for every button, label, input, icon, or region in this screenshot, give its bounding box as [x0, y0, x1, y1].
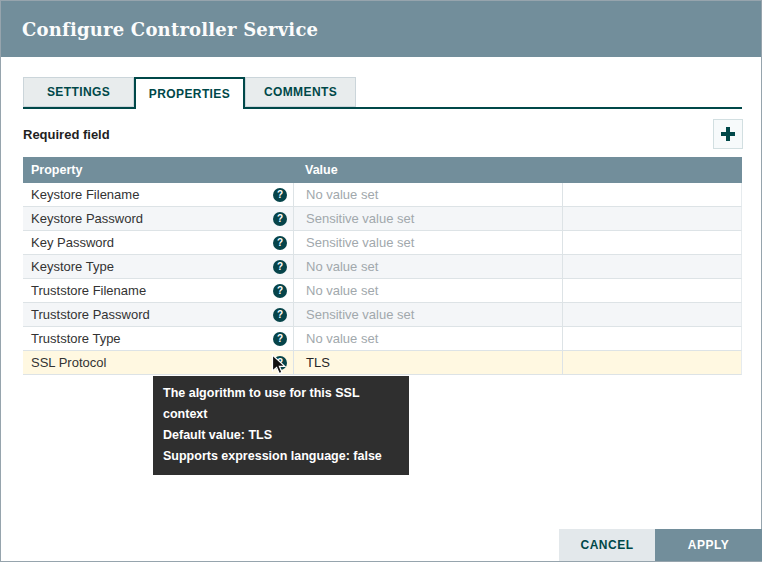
property-value-cell[interactable]: No value set	[293, 255, 562, 278]
add-property-button[interactable]	[713, 119, 743, 149]
tab-settings[interactable]: SETTINGS	[23, 77, 134, 107]
row-actions-cell	[562, 183, 741, 206]
question-circle-icon[interactable]: ?	[273, 260, 287, 274]
table-row: Keystore Type?No value set	[23, 255, 742, 279]
dialog-header: Configure Controller Service	[1, 1, 761, 57]
cancel-button[interactable]: CANCEL	[559, 529, 655, 561]
property-name: Key Password	[31, 235, 114, 250]
property-value-cell[interactable]: No value set	[293, 279, 562, 302]
question-circle-icon[interactable]: ?	[273, 308, 287, 322]
property-name-cell: Key Password?	[23, 231, 293, 254]
property-name-cell: Keystore Type?	[23, 255, 293, 278]
tab-properties[interactable]: PROPERTIES	[134, 77, 245, 109]
property-name-cell: Truststore Filename?	[23, 279, 293, 302]
configure-controller-service-dialog: Configure Controller Service SETTINGS PR…	[0, 0, 762, 562]
question-circle-icon[interactable]: ?	[273, 284, 287, 298]
property-value-cell[interactable]: TLS	[293, 351, 562, 374]
tab-strip-underline	[23, 107, 742, 109]
tooltip-line-expression-language: Supports expression language: false	[163, 446, 399, 467]
table-row: Truststore Password?Sensitive value set	[23, 303, 742, 327]
row-actions-cell	[562, 351, 741, 374]
column-header-property: Property	[23, 163, 293, 177]
property-name-cell: Keystore Filename?	[23, 183, 293, 206]
apply-button[interactable]: APPLY	[655, 529, 762, 561]
question-circle-icon[interactable]: ?	[273, 332, 287, 346]
property-value-cell[interactable]: Sensitive value set	[293, 303, 562, 326]
properties-table: Property Value Keystore Filename?No valu…	[23, 157, 742, 375]
question-circle-icon[interactable]: ?	[273, 188, 287, 202]
table-row: Key Password?Sensitive value set	[23, 231, 742, 255]
plus-icon	[721, 127, 735, 141]
property-name: Keystore Password	[31, 211, 143, 226]
property-name: Truststore Type	[31, 331, 121, 346]
table-row: Keystore Filename?No value set	[23, 183, 742, 207]
property-help-tooltip: The algorithm to use for this SSL contex…	[153, 376, 409, 475]
property-name-cell: SSL Protocol?	[23, 351, 293, 374]
tooltip-line-description: The algorithm to use for this SSL contex…	[163, 383, 399, 425]
row-actions-cell	[562, 279, 741, 302]
row-actions-cell	[562, 207, 741, 230]
property-name: Keystore Filename	[31, 187, 139, 202]
column-header-value: Value	[293, 163, 742, 177]
property-name: Truststore Filename	[31, 283, 146, 298]
row-actions-cell	[562, 303, 741, 326]
table-row: Truststore Filename?No value set	[23, 279, 742, 303]
table-header-row: Property Value	[23, 157, 742, 183]
question-circle-icon[interactable]: ?	[273, 212, 287, 226]
required-field-label: Required field	[23, 127, 110, 142]
property-value-cell[interactable]: No value set	[293, 327, 562, 350]
property-name: Keystore Type	[31, 259, 114, 274]
table-row: Truststore Type?No value set	[23, 327, 742, 351]
property-name-cell: Truststore Password?	[23, 303, 293, 326]
row-actions-cell	[562, 327, 741, 350]
dialog-title: Configure Controller Service	[22, 19, 318, 40]
row-actions-cell	[562, 231, 741, 254]
row-actions-cell	[562, 255, 741, 278]
tooltip-line-default-value: Default value: TLS	[163, 425, 399, 446]
property-name: Truststore Password	[31, 307, 150, 322]
properties-table-body: Keystore Filename?No value setKeystore P…	[23, 183, 742, 375]
question-circle-icon[interactable]: ?	[273, 236, 287, 250]
property-name: SSL Protocol	[31, 355, 106, 370]
property-value-cell[interactable]: Sensitive value set	[293, 207, 562, 230]
mouse-cursor-icon	[271, 354, 287, 376]
table-row: SSL Protocol?TLS	[23, 351, 742, 375]
property-name-cell: Keystore Password?	[23, 207, 293, 230]
table-row: Keystore Password?Sensitive value set	[23, 207, 742, 231]
property-value-cell[interactable]: No value set	[293, 183, 562, 206]
tab-comments[interactable]: COMMENTS	[245, 77, 356, 107]
property-name-cell: Truststore Type?	[23, 327, 293, 350]
property-value-cell[interactable]: Sensitive value set	[293, 231, 562, 254]
